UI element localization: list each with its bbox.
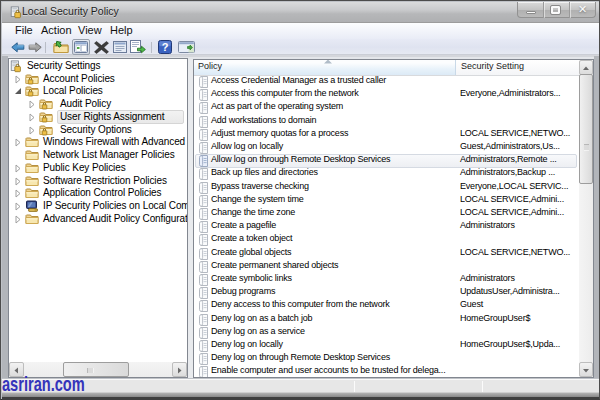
svg-text:?: ? — [162, 41, 169, 53]
